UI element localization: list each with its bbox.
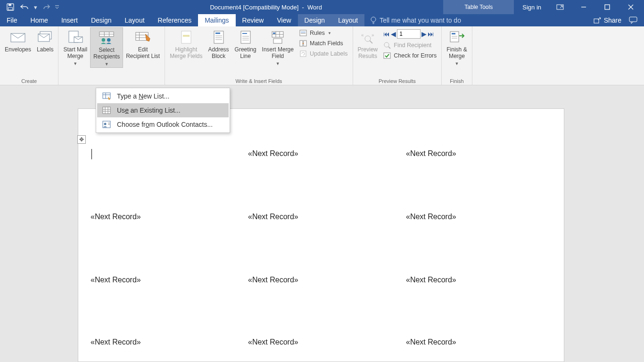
minimize-icon[interactable] bbox=[573, 0, 594, 14]
address-block-button[interactable]: Address Block bbox=[206, 27, 232, 59]
match-fields-icon bbox=[299, 40, 307, 47]
tab-insert[interactable]: Insert bbox=[55, 14, 84, 26]
title-right: Sign in bbox=[514, 0, 644, 14]
svg-rect-36 bbox=[241, 31, 250, 43]
record-navigation: ⏮ ◀ ▶ ⏭ bbox=[380, 28, 439, 40]
envelope-icon bbox=[10, 29, 26, 45]
record-number-input[interactable] bbox=[397, 29, 421, 39]
envelopes-button[interactable]: Envelopes bbox=[2, 27, 34, 53]
quick-access-toolbar: ▾ bbox=[0, 0, 60, 14]
tab-view[interactable]: View bbox=[270, 14, 297, 26]
tab-review[interactable]: Review bbox=[236, 14, 271, 26]
tab-design[interactable]: Design bbox=[84, 14, 118, 26]
labels-button[interactable]: Labels bbox=[34, 27, 56, 53]
tab-layout[interactable]: Layout bbox=[118, 14, 151, 26]
start-mail-merge-icon bbox=[67, 29, 83, 45]
maximize-icon[interactable] bbox=[597, 0, 618, 14]
tell-me-search[interactable]: Tell me what you want to do bbox=[364, 14, 586, 26]
undo-icon[interactable] bbox=[18, 0, 31, 14]
address-block-label: Address Block bbox=[208, 46, 229, 59]
merge-field: «Next Record» bbox=[406, 338, 456, 346]
document-page[interactable]: ✥ «Next Record» «Next Record» «Next Reco… bbox=[78, 108, 564, 362]
finish-merge-button[interactable]: Finish & Merge ▼ bbox=[444, 27, 470, 67]
merge-field: «Next Record» bbox=[91, 276, 141, 284]
chevron-down-icon: ▼ bbox=[455, 60, 459, 67]
check-errors-button[interactable]: Check for Errors bbox=[380, 51, 439, 60]
first-record-icon[interactable]: ⏮ bbox=[383, 30, 390, 38]
save-icon[interactable] bbox=[4, 0, 17, 14]
sign-in-link[interactable]: Sign in bbox=[517, 4, 547, 11]
update-labels-label: Update Labels bbox=[310, 50, 348, 57]
menu-use-existing-list[interactable]: Use an Existing List... bbox=[97, 103, 229, 117]
qat-customize-icon[interactable] bbox=[54, 0, 60, 14]
text-cursor bbox=[91, 149, 92, 159]
window-title: Document4 [Compatibility Mode] - Word bbox=[60, 4, 443, 11]
svg-rect-67 bbox=[103, 107, 110, 114]
last-record-icon[interactable]: ⏭ bbox=[428, 30, 434, 38]
tab-file[interactable]: File bbox=[0, 14, 24, 26]
highlight-icon bbox=[178, 29, 194, 45]
type-new-list-icon bbox=[102, 92, 111, 100]
labels-icon bbox=[37, 29, 53, 45]
share-button[interactable]: Share bbox=[594, 16, 621, 24]
svg-rect-30 bbox=[183, 35, 190, 37]
table-move-handle-icon[interactable]: ✥ bbox=[77, 135, 86, 144]
tab-table-layout[interactable]: Layout bbox=[331, 14, 364, 26]
chevron-down-icon: ▼ bbox=[328, 31, 331, 35]
svg-rect-1 bbox=[8, 4, 11, 6]
use-existing-list-icon bbox=[102, 106, 111, 115]
share-icon bbox=[594, 17, 601, 24]
svg-point-9 bbox=[371, 17, 376, 22]
merge-field: «Next Record» bbox=[248, 213, 298, 221]
group-start-mail-merge: Start Mail Merge ▼ Select Recipients ▼ E… bbox=[58, 26, 165, 85]
start-mail-merge-label: Start Mail Merge bbox=[63, 46, 87, 59]
svg-rect-32 bbox=[215, 33, 220, 34]
start-mail-merge-button[interactable]: Start Mail Merge ▼ bbox=[60, 27, 90, 67]
menu-type-new-list-label: Type a New List... bbox=[117, 92, 169, 100]
merge-field: «Next Record» bbox=[248, 276, 298, 284]
tab-table-design[interactable]: Design bbox=[298, 14, 332, 26]
merge-field: «Next Record» bbox=[248, 338, 298, 346]
menu-type-new-list[interactable]: Type a New List... bbox=[97, 89, 229, 103]
rules-button[interactable]: Rules ▼ bbox=[297, 28, 351, 38]
check-errors-icon bbox=[383, 52, 391, 59]
redo-icon[interactable] bbox=[40, 0, 53, 14]
prev-record-icon[interactable]: ◀ bbox=[391, 30, 396, 38]
svg-text:»: » bbox=[372, 33, 374, 38]
ribbon: Envelopes Labels Create Start Mail Merge… bbox=[0, 26, 644, 85]
group-create-label: Create bbox=[2, 77, 56, 85]
rules-icon bbox=[299, 29, 307, 37]
address-block-icon bbox=[211, 29, 227, 45]
tab-mailings[interactable]: Mailings bbox=[198, 14, 235, 26]
update-labels-button: Update Labels bbox=[297, 49, 351, 58]
tab-home[interactable]: Home bbox=[24, 14, 55, 26]
preview-results-label: Preview Results bbox=[358, 46, 378, 59]
merge-field: «Next Record» bbox=[248, 149, 298, 158]
insert-merge-field-button[interactable]: Insert Merge Field ▼ bbox=[259, 27, 297, 67]
close-icon[interactable] bbox=[620, 0, 641, 14]
next-record-icon[interactable]: ▶ bbox=[421, 30, 427, 38]
svg-point-24 bbox=[107, 38, 111, 42]
tab-references[interactable]: References bbox=[151, 14, 198, 26]
ribbon-display-options-icon[interactable] bbox=[550, 0, 570, 14]
menu-outlook-contacts[interactable]: Choose from Outlook Contacts... bbox=[97, 117, 229, 132]
svg-rect-59 bbox=[384, 53, 390, 58]
outlook-contacts-icon bbox=[102, 120, 111, 129]
svg-line-56 bbox=[370, 41, 372, 43]
contextual-tab-title: Table Tools bbox=[443, 0, 514, 14]
insert-merge-field-icon bbox=[270, 29, 286, 45]
greeting-line-button[interactable]: Greeting Line bbox=[232, 27, 259, 59]
chevron-down-icon: ▼ bbox=[276, 60, 280, 67]
match-fields-button[interactable]: Match Fields bbox=[297, 39, 351, 48]
edit-recipient-list-button[interactable]: Edit Recipient List bbox=[123, 27, 163, 59]
chevron-down-icon: ▼ bbox=[73, 60, 77, 67]
preview-results-icon: «» bbox=[360, 29, 376, 45]
svg-rect-13 bbox=[629, 17, 637, 22]
insert-merge-field-label: Insert Merge Field bbox=[262, 46, 294, 59]
merge-field: «Next Record» bbox=[406, 149, 456, 158]
select-recipients-button[interactable]: Select Recipients ▼ bbox=[90, 27, 123, 68]
group-finish: Finish & Merge ▼ Finish bbox=[442, 26, 472, 85]
undo-dropdown-icon[interactable]: ▾ bbox=[32, 0, 39, 14]
envelopes-label: Envelopes bbox=[5, 46, 31, 53]
comments-icon[interactable] bbox=[625, 16, 637, 24]
